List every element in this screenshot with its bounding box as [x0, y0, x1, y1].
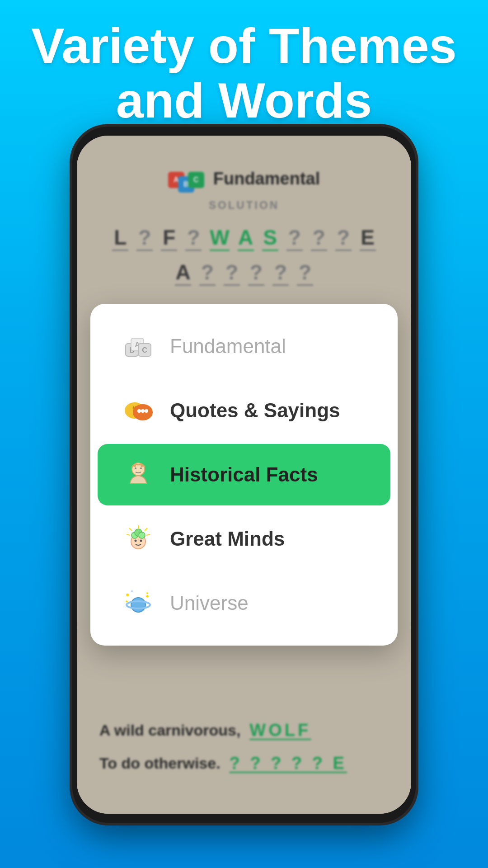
- svg-point-14: [141, 464, 143, 467]
- svg-text:C: C: [142, 346, 147, 354]
- phone-frame: A B C Fundamental SOLUTION L ? F ? W A S…: [72, 127, 416, 823]
- menu-item-great-minds[interactable]: Great Minds: [98, 508, 390, 570]
- svg-point-9: [145, 409, 148, 413]
- svg-text:✦: ✦: [125, 599, 128, 604]
- svg-line-23: [129, 528, 132, 531]
- svg-point-15: [135, 467, 136, 469]
- universe-label: Universe: [170, 592, 249, 614]
- phone-screen: A B C Fundamental SOLUTION L ? F ? W A S…: [77, 136, 411, 814]
- fundamental-label: Fundamental: [170, 335, 286, 358]
- svg-point-11: [137, 409, 141, 413]
- fundamental-icon: B A C: [120, 328, 156, 364]
- menu-item-universe[interactable]: ✦ ✦ Universe: [98, 572, 390, 634]
- svg-point-22: [139, 532, 145, 538]
- svg-point-13: [133, 464, 136, 467]
- svg-text:✦: ✦: [145, 593, 150, 600]
- svg-point-28: [131, 598, 145, 612]
- svg-point-32: [131, 590, 133, 592]
- header-line2: and Words: [27, 73, 461, 127]
- svg-line-27: [146, 534, 150, 535]
- modal-overlay: B A C Fundamental: [77, 136, 411, 814]
- svg-point-19: [140, 540, 142, 542]
- svg-line-25: [145, 528, 147, 531]
- historical-icon: [120, 457, 156, 493]
- great-minds-icon: [120, 521, 156, 557]
- great-minds-label: Great Minds: [170, 528, 285, 550]
- header-line1: Variety of Themes: [27, 18, 461, 73]
- historical-label: Historical Facts: [170, 463, 318, 486]
- theme-selector-modal: B A C Fundamental: [90, 304, 398, 646]
- svg-point-16: [140, 467, 142, 469]
- quotes-icon: ❝: [120, 392, 156, 429]
- menu-item-historical[interactable]: Historical Facts: [98, 444, 390, 505]
- menu-item-quotes[interactable]: ❝ Quotes & Sayings: [98, 380, 390, 441]
- header-title: Variety of Themes and Words: [0, 18, 488, 127]
- svg-point-30: [126, 594, 129, 596]
- menu-item-fundamental[interactable]: B A C Fundamental: [98, 316, 390, 377]
- svg-line-26: [127, 534, 130, 535]
- svg-point-18: [135, 540, 137, 542]
- quotes-label: Quotes & Sayings: [170, 399, 340, 422]
- universe-icon: ✦ ✦: [120, 585, 156, 621]
- svg-point-10: [141, 409, 145, 413]
